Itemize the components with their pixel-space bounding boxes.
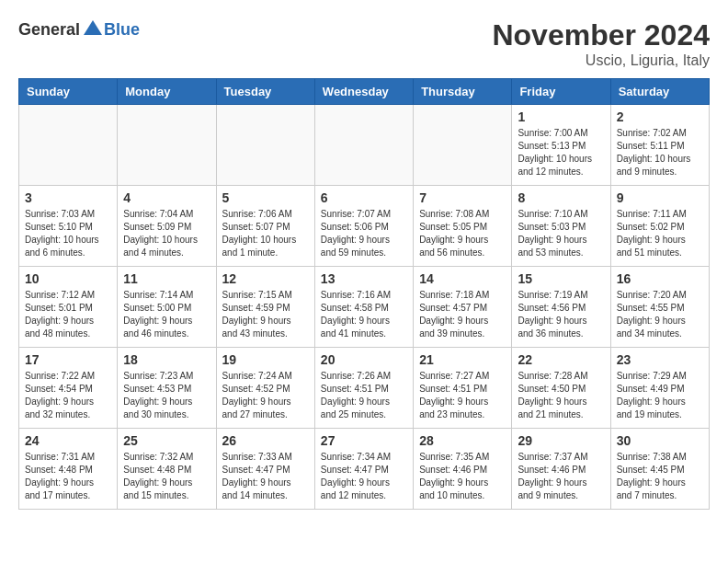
table-row: 18Sunrise: 7:23 AM Sunset: 4:53 PM Dayli… <box>118 348 216 429</box>
day-number: 28 <box>419 433 506 448</box>
day-number: 14 <box>419 271 506 286</box>
day-info: Sunrise: 7:08 AM Sunset: 5:05 PM Dayligh… <box>419 208 506 259</box>
day-info: Sunrise: 7:27 AM Sunset: 4:51 PM Dayligh… <box>419 370 506 421</box>
title-section: November 2024 Uscio, Liguria, Italy <box>492 18 710 69</box>
day-number: 6 <box>321 190 407 205</box>
day-number: 7 <box>419 190 506 205</box>
day-number: 19 <box>222 352 309 367</box>
day-number: 30 <box>617 433 703 448</box>
table-row <box>19 105 118 186</box>
table-row: 22Sunrise: 7:28 AM Sunset: 4:50 PM Dayli… <box>512 348 610 429</box>
day-info: Sunrise: 7:29 AM Sunset: 4:49 PM Dayligh… <box>617 370 703 421</box>
table-row: 16Sunrise: 7:20 AM Sunset: 4:55 PM Dayli… <box>610 267 709 348</box>
table-row <box>118 105 216 186</box>
day-number: 12 <box>222 271 309 286</box>
table-row: 7Sunrise: 7:08 AM Sunset: 5:05 PM Daylig… <box>414 186 512 267</box>
day-number: 24 <box>25 433 111 448</box>
table-row: 25Sunrise: 7:32 AM Sunset: 4:48 PM Dayli… <box>118 429 216 510</box>
day-number: 11 <box>123 271 210 286</box>
day-info: Sunrise: 7:28 AM Sunset: 4:50 PM Dayligh… <box>518 370 604 421</box>
table-row: 15Sunrise: 7:19 AM Sunset: 4:56 PM Dayli… <box>512 267 610 348</box>
day-info: Sunrise: 7:00 AM Sunset: 5:13 PM Dayligh… <box>518 127 604 178</box>
day-number: 2 <box>617 109 703 124</box>
day-number: 18 <box>123 352 210 367</box>
day-number: 26 <box>222 433 309 448</box>
table-row: 26Sunrise: 7:33 AM Sunset: 4:47 PM Dayli… <box>216 429 314 510</box>
weekday-header-monday: Monday <box>118 79 216 105</box>
day-info: Sunrise: 7:23 AM Sunset: 4:53 PM Dayligh… <box>123 370 210 421</box>
day-number: 10 <box>25 271 111 286</box>
table-row: 28Sunrise: 7:35 AM Sunset: 4:46 PM Dayli… <box>414 429 512 510</box>
table-row <box>414 105 512 186</box>
table-row: 3Sunrise: 7:03 AM Sunset: 5:10 PM Daylig… <box>19 186 118 267</box>
month-title: November 2024 <box>492 18 710 52</box>
table-row: 11Sunrise: 7:14 AM Sunset: 5:00 PM Dayli… <box>118 267 216 348</box>
day-info: Sunrise: 7:31 AM Sunset: 4:48 PM Dayligh… <box>25 451 111 502</box>
table-row: 14Sunrise: 7:18 AM Sunset: 4:57 PM Dayli… <box>414 267 512 348</box>
calendar-week-row: 1Sunrise: 7:00 AM Sunset: 5:13 PM Daylig… <box>19 105 710 186</box>
table-row: 8Sunrise: 7:10 AM Sunset: 5:03 PM Daylig… <box>512 186 610 267</box>
day-number: 20 <box>321 352 407 367</box>
calendar-table: SundayMondayTuesdayWednesdayThursdayFrid… <box>18 78 710 510</box>
day-info: Sunrise: 7:19 AM Sunset: 4:56 PM Dayligh… <box>518 289 604 340</box>
table-row: 20Sunrise: 7:26 AM Sunset: 4:51 PM Dayli… <box>314 348 413 429</box>
day-info: Sunrise: 7:37 AM Sunset: 4:46 PM Dayligh… <box>518 451 604 502</box>
weekday-header-friday: Friday <box>512 79 610 105</box>
weekday-header-wednesday: Wednesday <box>314 79 413 105</box>
day-number: 22 <box>518 352 604 367</box>
table-row: 30Sunrise: 7:38 AM Sunset: 4:45 PM Dayli… <box>610 429 709 510</box>
day-number: 16 <box>617 271 703 286</box>
day-info: Sunrise: 7:16 AM Sunset: 4:58 PM Dayligh… <box>321 289 407 340</box>
table-row: 13Sunrise: 7:16 AM Sunset: 4:58 PM Dayli… <box>314 267 413 348</box>
table-row: 29Sunrise: 7:37 AM Sunset: 4:46 PM Dayli… <box>512 429 610 510</box>
weekday-header-sunday: Sunday <box>19 79 118 105</box>
day-number: 9 <box>617 190 703 205</box>
day-info: Sunrise: 7:24 AM Sunset: 4:52 PM Dayligh… <box>222 370 309 421</box>
calendar-week-row: 3Sunrise: 7:03 AM Sunset: 5:10 PM Daylig… <box>19 186 710 267</box>
day-number: 3 <box>25 190 111 205</box>
day-info: Sunrise: 7:14 AM Sunset: 5:00 PM Dayligh… <box>123 289 210 340</box>
day-number: 17 <box>25 352 111 367</box>
table-row: 27Sunrise: 7:34 AM Sunset: 4:47 PM Dayli… <box>314 429 413 510</box>
day-number: 25 <box>123 433 210 448</box>
table-row: 19Sunrise: 7:24 AM Sunset: 4:52 PM Dayli… <box>216 348 314 429</box>
table-row: 4Sunrise: 7:04 AM Sunset: 5:09 PM Daylig… <box>118 186 216 267</box>
weekday-header-row: SundayMondayTuesdayWednesdayThursdayFrid… <box>19 79 710 105</box>
table-row <box>216 105 314 186</box>
day-info: Sunrise: 7:02 AM Sunset: 5:11 PM Dayligh… <box>617 127 703 178</box>
day-number: 1 <box>518 109 604 124</box>
calendar-week-row: 17Sunrise: 7:22 AM Sunset: 4:54 PM Dayli… <box>19 348 710 429</box>
day-number: 29 <box>518 433 604 448</box>
day-info: Sunrise: 7:06 AM Sunset: 5:07 PM Dayligh… <box>222 208 309 259</box>
table-row: 12Sunrise: 7:15 AM Sunset: 4:59 PM Dayli… <box>216 267 314 348</box>
logo-general-text: General <box>18 20 80 40</box>
day-number: 5 <box>222 190 309 205</box>
day-number: 23 <box>617 352 703 367</box>
calendar-week-row: 10Sunrise: 7:12 AM Sunset: 5:01 PM Dayli… <box>19 267 710 348</box>
day-info: Sunrise: 7:35 AM Sunset: 4:46 PM Dayligh… <box>419 451 506 502</box>
weekday-header-saturday: Saturday <box>610 79 709 105</box>
day-info: Sunrise: 7:33 AM Sunset: 4:47 PM Dayligh… <box>222 451 309 502</box>
logo: General Blue <box>18 18 140 40</box>
day-number: 8 <box>518 190 604 205</box>
day-info: Sunrise: 7:26 AM Sunset: 4:51 PM Dayligh… <box>321 370 407 421</box>
table-row: 9Sunrise: 7:11 AM Sunset: 5:02 PM Daylig… <box>610 186 709 267</box>
table-row: 23Sunrise: 7:29 AM Sunset: 4:49 PM Dayli… <box>610 348 709 429</box>
day-info: Sunrise: 7:18 AM Sunset: 4:57 PM Dayligh… <box>419 289 506 340</box>
day-info: Sunrise: 7:34 AM Sunset: 4:47 PM Dayligh… <box>321 451 407 502</box>
day-number: 27 <box>321 433 407 448</box>
table-row: 1Sunrise: 7:00 AM Sunset: 5:13 PM Daylig… <box>512 105 610 186</box>
day-info: Sunrise: 7:32 AM Sunset: 4:48 PM Dayligh… <box>123 451 210 502</box>
weekday-header-thursday: Thursday <box>414 79 512 105</box>
day-info: Sunrise: 7:10 AM Sunset: 5:03 PM Dayligh… <box>518 208 604 259</box>
day-number: 15 <box>518 271 604 286</box>
table-row <box>314 105 413 186</box>
day-info: Sunrise: 7:11 AM Sunset: 5:02 PM Dayligh… <box>617 208 703 259</box>
day-info: Sunrise: 7:12 AM Sunset: 5:01 PM Dayligh… <box>25 289 111 340</box>
table-row: 21Sunrise: 7:27 AM Sunset: 4:51 PM Dayli… <box>414 348 512 429</box>
logo-blue-text: Blue <box>104 20 140 39</box>
day-info: Sunrise: 7:22 AM Sunset: 4:54 PM Dayligh… <box>25 370 111 421</box>
logo-icon <box>82 18 104 40</box>
day-info: Sunrise: 7:20 AM Sunset: 4:55 PM Dayligh… <box>617 289 703 340</box>
svg-marker-0 <box>84 20 102 35</box>
